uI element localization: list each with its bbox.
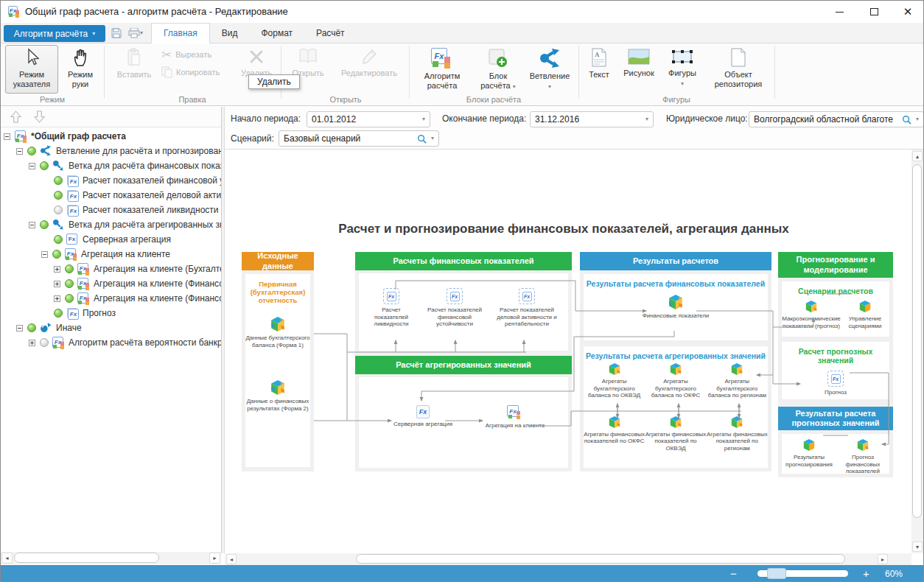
node-macro-forecast[interactable]: Макроэкономические показатели (прогноз) bbox=[785, 300, 838, 329]
tree-item-root[interactable]: Fx *Общий граф расчета bbox=[1, 129, 221, 144]
cut-button[interactable]: ✂ Вырезать bbox=[161, 48, 211, 61]
close-icon: ✕ bbox=[903, 5, 913, 18]
save-button[interactable] bbox=[108, 25, 125, 41]
node-agg-okfs[interactable]: Агрегаты бухгалтерского баланса по ОКФС bbox=[645, 362, 706, 399]
tree-item-branch-fin[interactable]: Ветка для расчёта финансовых показателей bbox=[1, 158, 221, 173]
title-bar: Fx Общий граф расчета - алгоритм расчёта… bbox=[1, 1, 923, 23]
fx-doc-icon: Fx bbox=[827, 371, 844, 387]
collapse-icon[interactable] bbox=[41, 251, 48, 258]
node-forecast[interactable]: Fx Прогноз bbox=[782, 371, 889, 396]
fx-colored-icon: Fx bbox=[52, 337, 65, 348]
node-calc-liquidity[interactable]: Fx Расчет показателей ликвидности bbox=[365, 288, 418, 328]
node-aggfin-region[interactable]: Агрегаты финансовых показателей по регио… bbox=[707, 416, 768, 452]
node-aggfin-okfs[interactable]: Агрегаты финансовых показателей по ОКФС bbox=[584, 416, 645, 452]
scenario-combobox[interactable]: Базовый сценарий ▾ bbox=[279, 130, 439, 147]
maximize-button[interactable] bbox=[861, 2, 886, 21]
tree-horizontal-scrollbar[interactable]: ◂ ▸ bbox=[1, 552, 221, 564]
fx-doc-icon: Fx bbox=[383, 288, 399, 304]
node-aggfin-okved[interactable]: Агрегаты финансовых показателей по ОКВЭД bbox=[645, 416, 706, 452]
zoom-in-button[interactable]: + bbox=[863, 565, 869, 582]
node-agg-okved[interactable]: Агрегаты бухгалтерского баланса по ОКВЭД bbox=[584, 362, 645, 399]
forecast-calc-box: Расчет прогнозных значений Fx Прогноз bbox=[782, 342, 889, 399]
node-finres-data[interactable]: Данные о финансовых результатах (Форма 2… bbox=[245, 379, 310, 412]
tree-item-branching[interactable]: Ветвление для расчёта и прогнозирования bbox=[1, 144, 221, 158]
forecast-results-nodes: Результаты прогнозирования Прогноз финан… bbox=[782, 438, 889, 475]
move-up-button[interactable] bbox=[7, 108, 24, 126]
scroll-up-icon[interactable]: ▴ bbox=[912, 151, 923, 161]
node-client-agg[interactable]: Fx Агрегация на клиенте bbox=[480, 405, 550, 430]
edit-button[interactable]: Редактировать bbox=[334, 45, 405, 94]
collapse-icon[interactable] bbox=[16, 325, 23, 332]
period-end-combobox[interactable]: 31.12.2016 ▾ bbox=[530, 111, 654, 127]
tab-raschet[interactable]: Расчёт bbox=[304, 23, 357, 43]
calc-block-button[interactable]: Блок расчёта ▾ bbox=[475, 45, 521, 94]
collapse-icon[interactable] bbox=[29, 222, 35, 228]
tree-item-label: Агрегация на клиенте (Финансовые показат… bbox=[94, 293, 221, 304]
tab-format[interactable]: Формат bbox=[249, 23, 304, 43]
expand-icon[interactable] bbox=[54, 266, 60, 273]
tree-item-calc-stability[interactable]: Fx Расчет показателей финансовой устойчи… bbox=[1, 173, 221, 188]
repo-object-button[interactable]: Объект репозитория bbox=[707, 45, 770, 94]
tree-item-server-agg[interactable]: Fx Серверная агрегация bbox=[1, 232, 221, 247]
minimize-button[interactable] bbox=[827, 2, 852, 21]
picture-button[interactable]: Рисунок bbox=[618, 45, 659, 94]
scroll-down-icon[interactable]: ▾ bbox=[912, 541, 923, 552]
node-scenario-mgmt[interactable]: Управление сценариями bbox=[844, 300, 886, 329]
calc-algorithm-button[interactable]: Fx Алгоритм расчёта bbox=[413, 45, 471, 94]
collapse-icon[interactable] bbox=[29, 163, 35, 169]
expand-icon[interactable] bbox=[54, 281, 60, 287]
expand-icon[interactable] bbox=[29, 340, 35, 346]
pointer-mode-button[interactable]: Режим указателя bbox=[5, 45, 58, 94]
scrollbar-thumb[interactable] bbox=[912, 164, 922, 518]
canvas-vertical-scrollbar[interactable]: ▴ ▾ bbox=[911, 150, 923, 553]
node-calc-stability[interactable]: Fx Расчет показателей финансовой устойчи… bbox=[421, 288, 489, 328]
copy-button[interactable]: Копировать bbox=[161, 66, 220, 79]
node-calc-activity[interactable]: Fx Расчет показателей деловой активности… bbox=[491, 288, 562, 328]
tree-item-branch-agg[interactable]: Ветка для расчёта агрегированных значени… bbox=[1, 217, 221, 232]
diagram-canvas[interactable]: Расчет и прогнозирование финансовых пока… bbox=[225, 150, 911, 553]
tree-item-forecast[interactable]: Fx Прогноз bbox=[1, 306, 221, 320]
node-fin-indicators[interactable]: Финансовые показатели bbox=[584, 294, 768, 320]
tree-item-calc-liquidity[interactable]: Fx Расчет показателей ликвидности bbox=[1, 203, 221, 217]
node-agg-region[interactable]: Агрегаты бухгалтерского баланса по регио… bbox=[707, 362, 768, 399]
collapse-icon[interactable] bbox=[16, 148, 23, 155]
tree-item-else[interactable]: Иначе bbox=[1, 320, 221, 335]
tab-vid[interactable]: Вид bbox=[210, 23, 250, 43]
scroll-right-icon[interactable]: ▸ bbox=[209, 553, 220, 564]
fx-algorithm-icon: Fx bbox=[431, 48, 453, 69]
legal-entity-combobox[interactable]: Волгоградский областной благоте ▾ bbox=[749, 111, 924, 127]
shapes-button[interactable]: Фигуры▾ bbox=[662, 45, 702, 94]
node-forecast-results[interactable]: Результаты прогнозирования bbox=[785, 438, 833, 475]
tree-item-client-agg-finind[interactable]: Fx Агрегация на клиенте (Финансовые пока… bbox=[1, 291, 221, 306]
scroll-left-icon[interactable]: ◂ bbox=[226, 554, 237, 564]
application-menu-button[interactable]: Алгоритм расчёта ▾ bbox=[4, 25, 105, 42]
paste-button[interactable]: Вставить bbox=[111, 45, 157, 94]
canvas-horizontal-scrollbar[interactable]: ◂ ▸ bbox=[225, 553, 911, 565]
tree-item-client-agg-finres[interactable]: Fx Агрегация на клиенте (Финансовые резу… bbox=[1, 276, 221, 291]
tab-glavnaya[interactable]: Главная bbox=[151, 23, 210, 43]
tree-item-client-agg[interactable]: Fx Агрегация на клиенте bbox=[1, 247, 221, 262]
scrollbar-thumb[interactable] bbox=[14, 553, 159, 563]
zoom-out-button[interactable]: − bbox=[730, 565, 737, 582]
close-button[interactable]: ✕ bbox=[895, 2, 920, 21]
scroll-right-icon[interactable]: ▸ bbox=[878, 554, 888, 564]
node-label: Прогноз финансовых показателей bbox=[839, 454, 886, 475]
move-down-button[interactable] bbox=[30, 108, 48, 126]
period-start-combobox[interactable]: 01.01.2012 ▾ bbox=[307, 111, 430, 127]
node-server-agg[interactable]: Fx Серверная агрегация bbox=[390, 405, 456, 428]
tree-item-client-agg-balance[interactable]: Fx Агрегация на клиенте (Бухгалтерский б… bbox=[1, 262, 221, 276]
node-label: Результаты прогнозирования bbox=[785, 454, 833, 468]
tree-item-bankruptcy[interactable]: Fx Алгоритм расчёта вероятности банкротс… bbox=[1, 335, 221, 350]
collapse-icon[interactable] bbox=[4, 133, 10, 140]
print-button[interactable]: ▾ bbox=[125, 25, 147, 41]
tree-item-calc-activity[interactable]: Fx Расчет показателей деловой активности… bbox=[1, 188, 221, 203]
node-balance-data[interactable]: Данные бухгалтерского баланса (Форма 1) bbox=[245, 316, 310, 348]
node-fin-forecast[interactable]: Прогноз финансовых показателей bbox=[839, 438, 886, 475]
expand-icon[interactable] bbox=[54, 295, 60, 302]
text-button[interactable]: A Текст bbox=[583, 45, 615, 94]
zoom-slider-thumb[interactable] bbox=[767, 568, 786, 579]
branching-button[interactable]: Ветвление▾ bbox=[525, 45, 574, 94]
scroll-left-icon[interactable]: ◂ bbox=[1, 553, 13, 564]
hand-mode-button[interactable]: Режим руки bbox=[61, 45, 99, 94]
scrollbar-thumb[interactable] bbox=[356, 554, 845, 564]
